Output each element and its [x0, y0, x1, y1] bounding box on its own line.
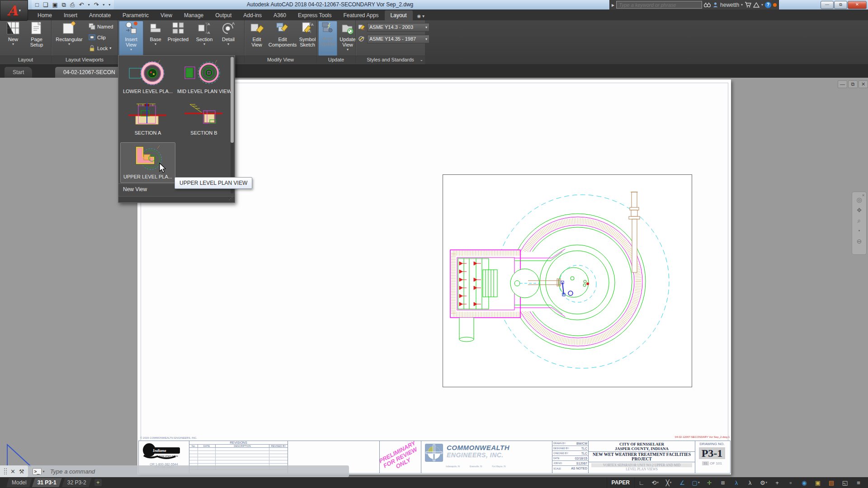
tab-home[interactable]: Home: [32, 10, 58, 20]
navbar-more-icon[interactable]: ⊖: [857, 238, 862, 244]
autoscale-icon[interactable]: ⧈: [716, 477, 730, 488]
open-file-icon[interactable]: ❏: [43, 0, 48, 9]
new-caret-icon[interactable]: ▾: [12, 43, 14, 46]
drawing-close-icon[interactable]: ✕: [859, 80, 868, 88]
recent-commands-caret-icon[interactable]: ▾: [43, 469, 45, 474]
base-view-button[interactable]: Base ▾: [146, 21, 165, 46]
annotation-monitor-icon[interactable]: λ: [743, 477, 757, 488]
section-view-button[interactable]: AA Section ▾: [193, 21, 215, 46]
plot-icon[interactable]: ⎙: [70, 0, 75, 9]
new-viewport-button[interactable]: New ▾: [3, 21, 24, 46]
file-tab-start[interactable]: Start: [5, 67, 32, 78]
gallery-scrollbar-thumb[interactable]: [231, 57, 234, 143]
gallery-item-mid-level[interactable]: MID LEVEL PLAN VIEW: [177, 59, 231, 94]
navbar-caret-icon[interactable]: ▾: [858, 228, 860, 234]
styles-standards-panel-label[interactable]: Styles and Standards ⌄: [356, 56, 425, 64]
zoom-extents-icon[interactable]: ⌕: [858, 217, 861, 224]
tab-output[interactable]: Output: [209, 10, 237, 20]
clip-viewport-button[interactable]: Clip: [89, 34, 106, 41]
steering-wheel-icon[interactable]: ◎: [856, 197, 862, 203]
panel-expand-icon[interactable]: ⌄: [420, 56, 423, 64]
view-standard-dropdown[interactable]: ASME Y14.3 - 2003 ▾: [367, 23, 429, 32]
application-menu-button[interactable]: A ▾: [0, 0, 28, 21]
object-snap-tracking-icon[interactable]: ∠: [675, 477, 689, 488]
clean-screen-icon[interactable]: ◱: [838, 477, 852, 488]
edit-view-button[interactable]: Edit View: [247, 21, 267, 47]
tab-express-tools[interactable]: Express Tools: [292, 10, 337, 20]
layout-tab-p3-2[interactable]: 32 P3-2: [62, 478, 92, 487]
gallery-item-section-a[interactable]: SECTION A: [121, 101, 175, 136]
command-prompt[interactable]: >_ ▾: [33, 468, 45, 475]
trusted-apps-icon[interactable]: ▣: [811, 477, 825, 488]
section-caret-icon[interactable]: ▾: [203, 43, 205, 46]
projected-view-button[interactable]: Projected: [165, 21, 191, 42]
infocenter-expand-icon[interactable]: ▸: [612, 2, 614, 8]
lock-viewport-button[interactable]: Lock ▾: [89, 45, 111, 52]
drawing-minimize-icon[interactable]: —: [838, 80, 847, 88]
named-viewports-button[interactable]: Named: [89, 23, 113, 30]
touch-mode-icon[interactable]: ◉ ▾: [413, 12, 429, 20]
weld-standard-dropdown[interactable]: ASME Y14.35 - 1987 ▾: [367, 35, 429, 43]
new-file-icon[interactable]: □: [35, 0, 39, 9]
a360-icon[interactable]: [753, 2, 760, 8]
base-caret-icon[interactable]: ▾: [155, 43, 156, 46]
isometric-drafting-icon[interactable]: ╳▾: [662, 477, 675, 488]
tab-layout[interactable]: Layout: [385, 10, 413, 20]
paper-space-toggle[interactable]: PAPER: [607, 477, 635, 488]
tab-insert[interactable]: Insert: [58, 10, 83, 20]
undo-caret-icon[interactable]: ▾: [88, 0, 90, 9]
performance-recorder-icon[interactable]: ▤: [825, 477, 838, 488]
tab-featured-apps[interactable]: Featured Apps: [338, 10, 385, 20]
a360-caret-icon[interactable]: ▾: [761, 3, 763, 7]
user-menu-caret-icon[interactable]: ▾: [741, 3, 743, 7]
minimize-button[interactable]: —: [821, 1, 834, 9]
search-input[interactable]: [616, 1, 702, 9]
command-input-placeholder[interactable]: Type a command: [50, 468, 95, 475]
layout-tab-p3-1[interactable]: 31 P3-1: [32, 478, 62, 487]
qat-customize-icon[interactable]: ▾: [108, 0, 110, 9]
navigation-bar[interactable]: ✕ ◎ ❖ ⌕ ▾ ⊖: [852, 192, 867, 255]
insert-view-caret-icon[interactable]: ▾: [130, 48, 132, 51]
command-line-bar[interactable]: ✕ ⚒ >_ ▾ Type a command: [0, 465, 349, 477]
modify-view-panel-label[interactable]: Modify View: [245, 56, 316, 64]
rectangular-viewport-button[interactable]: Rectangular ▾: [54, 21, 84, 46]
help-icon[interactable]: ?: [765, 2, 771, 8]
workspace-switching-icon[interactable]: ⚙▾: [757, 477, 770, 488]
layout-viewports-panel-label[interactable]: Layout Viewports: [52, 56, 118, 64]
isolate-objects-icon[interactable]: ▫: [784, 477, 797, 488]
ortho-mode-icon[interactable]: ∟: [635, 477, 648, 488]
customization-menu-icon[interactable]: ≡: [852, 477, 865, 488]
page-setup-button[interactable]: Page Setup: [24, 21, 49, 47]
signed-in-username[interactable]: hewetth: [720, 2, 739, 8]
search-binoculars-icon[interactable]: [704, 2, 711, 8]
redo-caret-icon[interactable]: ▾: [103, 0, 104, 9]
tab-view[interactable]: View: [155, 10, 178, 20]
command-customize-wrench-icon[interactable]: ⚒: [19, 468, 24, 475]
edit-components-button[interactable]: Edit Components: [269, 21, 297, 47]
command-grip-icon[interactable]: [4, 468, 7, 475]
insert-view-button[interactable]: Insert View ▾: [119, 21, 143, 56]
tab-parametric[interactable]: Parametric: [117, 10, 155, 20]
save-as-icon[interactable]: ⧉: [62, 0, 66, 9]
file-tab-document[interactable]: 04-02-12067-SECON: [55, 67, 123, 78]
symbol-sketch-button[interactable]: A Symbol Sketch: [297, 21, 317, 47]
gallery-resize-grip[interactable]: ⋰: [118, 196, 235, 202]
graphics-performance-icon[interactable]: ◉: [797, 477, 811, 488]
annotation-scale-icon[interactable]: λ: [730, 477, 743, 488]
model-tab[interactable]: Model: [6, 478, 32, 487]
tab-annotate[interactable]: Annotate: [83, 10, 117, 20]
gallery-item-lower-level[interactable]: LOWER LEVEL PLA...: [121, 59, 175, 94]
lock-caret-icon[interactable]: ▾: [109, 46, 111, 50]
command-close-icon[interactable]: ✕: [10, 468, 15, 475]
app-store-cart-icon[interactable]: [745, 2, 751, 8]
vortex-separator-plan-viewport[interactable]: [442, 174, 693, 388]
layout-panel-label[interactable]: Layout: [0, 56, 51, 64]
gallery-item-upper-level[interactable]: UPPER LEVEL PLA...: [120, 142, 175, 183]
object-snap-icon[interactable]: ▢▾: [689, 477, 703, 488]
drawing-restore-icon[interactable]: ⧉: [848, 80, 858, 88]
update-panel-label[interactable]: Update: [317, 56, 355, 64]
pan-icon[interactable]: ❖: [856, 207, 862, 213]
save-icon[interactable]: ▣: [52, 0, 58, 9]
crosshair-icon[interactable]: +: [770, 477, 784, 488]
detail-view-button[interactable]: A Detail ▾: [218, 21, 239, 46]
